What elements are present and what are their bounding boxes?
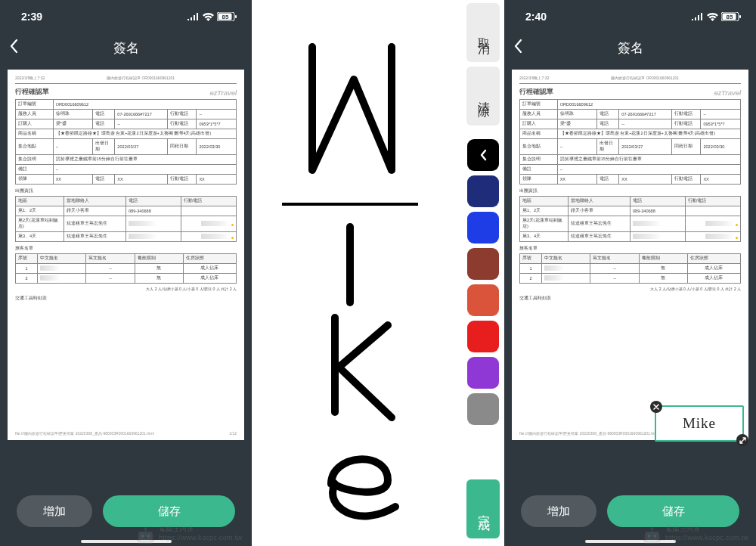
back-button[interactable] (9, 39, 18, 57)
color-orange[interactable] (467, 284, 499, 316)
svg-rect-2 (235, 15, 237, 18)
doc-brand: ezTravel (210, 88, 237, 97)
content-area: 2022/3/9晚上7:32國內旅遊行程確認單 OR0001660961201 … (0, 62, 252, 487)
done-button[interactable]: 完成 (466, 479, 500, 538)
doc-info-table: 訂單編號ORD0016609612 服務人員徐明珠電話07-2691666#72… (15, 99, 237, 185)
status-bar: 2:40 85 (504, 0, 756, 33)
status-right: 85 (692, 12, 741, 21)
home-indicator[interactable] (81, 540, 172, 543)
color-blue[interactable] (467, 212, 499, 244)
wifi-icon (707, 13, 718, 21)
color-brown[interactable] (467, 248, 499, 280)
wifi-icon (203, 13, 214, 21)
status-right: 85 (187, 12, 237, 21)
color-black[interactable] (467, 139, 499, 171)
doc-footer-left: file:///國內旅遊行程確認單/歷史檔案 20220308_產品-98000… (15, 431, 154, 436)
section-trip: 出團資訊 (15, 188, 237, 194)
section-pax: 旅客名單 (15, 245, 237, 252)
cancel-button[interactable]: 取消 (466, 3, 500, 62)
signature-canvas[interactable] (252, 0, 462, 546)
placed-signature[interactable]: Mike (655, 405, 744, 442)
watermark-logo: 🤖 (136, 526, 155, 544)
chevron-left-icon (513, 39, 522, 54)
pax-table: 序號中文姓名英文姓名餐飲限制住房狀態 1--無成人佔床 2--無成人佔床 (15, 253, 237, 284)
delete-signature-handle[interactable] (650, 401, 662, 413)
battery-icon: 85 (217, 12, 237, 21)
chevron-left-icon (9, 39, 18, 54)
watermark: 電腦王阿達https://www.kocpc.com.tw (159, 524, 242, 541)
status-bar: 2:39 85 (0, 0, 252, 33)
svg-text:85: 85 (222, 14, 229, 20)
nav-title: 簽名 (618, 39, 643, 57)
home-indicator[interactable] (585, 540, 676, 543)
nav-title: 簽名 (113, 39, 139, 57)
svg-text:85: 85 (727, 14, 733, 20)
back-button[interactable] (513, 39, 522, 57)
color-purple[interactable] (467, 357, 499, 389)
chevron-left-icon (479, 148, 488, 162)
close-icon (653, 404, 659, 410)
signature-stroke (252, 0, 462, 546)
color-navy[interactable] (467, 175, 499, 207)
save-button[interactable]: 儲存 (103, 495, 235, 527)
signal-icon (187, 13, 200, 20)
signature-text: Mike (683, 415, 716, 432)
doc-footer-right: 1/12 (229, 431, 237, 436)
document-preview[interactable]: 2022/3/9晚上7:32國內旅遊行程確認單 OR0001660961201 … (8, 70, 244, 440)
resize-signature-handle[interactable] (736, 434, 748, 446)
section-traffic: 交通工具時刻表 (15, 295, 237, 302)
color-red[interactable] (467, 321, 499, 352)
status-time: 2:40 (525, 11, 547, 23)
status-time: 2:39 (21, 11, 42, 23)
phone-screen-1: 2:39 85 簽名 2022/3/9晚上7:32國內旅遊行程確認單 OR000… (0, 0, 252, 546)
watermark: 電腦王阿達https://www.kocpc.com.tw (665, 524, 748, 541)
color-gray[interactable] (467, 393, 499, 425)
phone-screen-3: 2:40 85 簽名 2022/3/9晚上7:32國內旅遊行程確認單 OR000… (504, 0, 756, 546)
battery-icon: 85 (721, 12, 741, 21)
content-area: 2022/3/9晚上7:32國內旅遊行程確認單 OR0001660961201 … (504, 62, 756, 487)
add-button[interactable]: 增加 (17, 495, 92, 527)
signature-panel: 取消 清除 完成 (252, 0, 504, 546)
add-button[interactable]: 增加 (521, 495, 596, 527)
pax-summary: 大人 2 人/佔床小孩 0 人/小孩 0 人/嬰兒 0 人 共計 2 人 (15, 287, 237, 292)
nav-bar: 簽名 (0, 33, 252, 62)
side-toolbar: 取消 清除 完成 (462, 0, 504, 546)
doc-timestamp: 2022/3/9晚上7:32 (15, 76, 45, 80)
resize-icon (739, 437, 746, 444)
watermark-logo: 🤖 (643, 526, 662, 544)
save-button[interactable]: 儲存 (607, 495, 739, 527)
signal-icon (692, 13, 704, 20)
svg-rect-8 (739, 15, 741, 18)
doc-header-center: 國內旅遊行程確認單 OR0001660961201 (107, 76, 175, 80)
doc-title: 行程確認單 (15, 87, 49, 97)
document-preview[interactable]: 2022/3/9晚上7:32國內旅遊行程確認單 OR0001660961201 … (512, 70, 748, 440)
trip-table: 地區當地聯絡人電話行動電話 第1、2天靜天小客車089-340688 第2天(花… (15, 196, 237, 242)
clear-button[interactable]: 清除 (466, 67, 500, 126)
nav-bar: 簽名 (504, 33, 756, 62)
